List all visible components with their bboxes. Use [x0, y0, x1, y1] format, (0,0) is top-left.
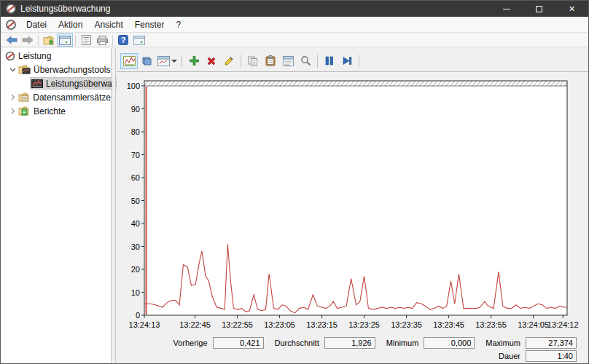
menu-aktion[interactable]: Aktion — [52, 17, 88, 32]
chevron-right-icon[interactable] — [9, 108, 17, 114]
maximum-label: Maximum — [485, 339, 520, 347]
toolbar-separator — [75, 35, 76, 46]
folder-monitor-icon — [18, 65, 31, 74]
freeze-display-button[interactable] — [321, 53, 338, 69]
hatch-band — [144, 81, 567, 86]
perfmon-root-icon — [6, 51, 15, 60]
back-button[interactable] — [4, 33, 20, 47]
window-title: Leistungsüberwachung — [20, 4, 490, 14]
menu-datei[interactable]: Datei — [20, 17, 52, 32]
up-level-button[interactable] — [41, 33, 57, 47]
copy-properties-button[interactable] — [244, 53, 262, 69]
x-axis-label: 13:24:05 — [518, 320, 549, 329]
tree-item-datensammlersaetze[interactable]: Datensammlersätze — [1, 91, 111, 103]
performance-graph[interactable]: 100908070605040302010013:24:1313:22:4513… — [117, 76, 588, 333]
previous-label: Vorherige — [173, 339, 207, 347]
tree-item-leistungsueberwachung[interactable]: Leistungsüberwachung — [1, 77, 111, 90]
y-axis-label: 40 — [131, 219, 140, 228]
minimize-button[interactable] — [490, 1, 523, 17]
tree-item-ueberwachungstools[interactable]: Überwachungstools — [1, 63, 111, 76]
delete-x-icon — [206, 56, 217, 66]
close-button[interactable]: × — [555, 1, 588, 17]
print-button[interactable] — [94, 33, 110, 47]
x-axis-label: 13:23:35 — [391, 320, 422, 329]
delete-counter-button[interactable] — [203, 53, 220, 69]
minimize-icon — [503, 9, 510, 9]
list-icon — [82, 35, 91, 45]
plus-icon — [189, 55, 200, 66]
pause-icon — [325, 56, 334, 66]
menu-ansicht[interactable]: Ansicht — [88, 17, 128, 32]
stats-row: Vorherige 0,421 Durchschnitt 1,926 Minim… — [117, 337, 577, 349]
y-axis-label: 20 — [131, 265, 140, 274]
y-axis-label: 80 — [131, 127, 140, 136]
graph-toolbar — [117, 50, 589, 72]
back-arrow-icon — [6, 36, 17, 44]
folder-report-icon — [18, 106, 31, 116]
folder-data-icon — [18, 92, 31, 102]
step-forward-icon — [343, 56, 352, 66]
y-axis-label: 30 — [131, 242, 140, 251]
forward-arrow-icon — [22, 36, 34, 44]
tree-item-berichte[interactable]: Berichte — [1, 105, 111, 117]
chevron-right-icon[interactable] — [9, 94, 17, 100]
perf-chart-icon — [31, 79, 43, 88]
y-axis-label: 60 — [131, 173, 140, 182]
chart-type-dropdown[interactable] — [155, 53, 179, 69]
properties-button[interactable] — [279, 53, 297, 69]
duration-value: 1:40 — [526, 350, 577, 362]
paste-counter-list-button[interactable] — [262, 53, 279, 69]
new-window-icon — [133, 36, 145, 45]
toolbar-separator — [112, 35, 113, 46]
x-axis-label: 13:23:55 — [475, 320, 507, 329]
x-axis-label: 13:23:25 — [348, 320, 380, 329]
update-data-button[interactable] — [338, 53, 356, 69]
add-counter-button[interactable] — [185, 53, 203, 69]
pencil-icon — [224, 56, 234, 66]
magnifier-icon — [300, 55, 311, 66]
chevron-down-icon[interactable] — [9, 66, 17, 73]
maximize-button[interactable] — [523, 1, 555, 17]
menu-app-icon — [6, 20, 16, 30]
y-axis-label: 0 — [136, 311, 140, 320]
tree-item-label: Datensammlersätze — [33, 92, 111, 103]
svg-text:?: ? — [121, 36, 126, 44]
view-log-data-button[interactable] — [138, 53, 155, 69]
previous-value: 0,421 — [213, 337, 264, 349]
minimum-value: 0,000 — [424, 337, 475, 349]
menu-hilfe[interactable]: ? — [170, 17, 187, 32]
x-axis-label: 13:23:15 — [306, 320, 338, 329]
zoom-button[interactable] — [297, 53, 314, 69]
toolbar-separator — [38, 35, 39, 46]
tree-item-label: Berichte — [34, 106, 66, 116]
tree-item-label: Leistung — [18, 51, 51, 61]
maximize-icon — [536, 6, 542, 12]
tree-item-leistung[interactable]: Leistung — [1, 50, 111, 62]
export-list-button[interactable] — [78, 33, 94, 47]
menu-fenster[interactable]: Fenster — [129, 17, 171, 32]
new-window-button[interactable] — [131, 33, 147, 47]
x-axis-label: 13:23:05 — [264, 320, 295, 329]
console-tree-button[interactable] — [57, 33, 73, 47]
close-icon: × — [569, 4, 574, 14]
console-tree: Leistung Überwachungstools Leistungsüber… — [1, 48, 112, 364]
toolbar-separator — [182, 55, 182, 68]
toolbar-separator — [359, 55, 359, 68]
x-axis-label: 13:22:55 — [222, 320, 253, 329]
view-current-activity-button[interactable] — [120, 53, 138, 69]
menu-bar: Datei Aktion Ansicht Fenster ? — [1, 17, 588, 33]
help-icon: ? — [118, 35, 128, 45]
main-toolbar: ? — [1, 33, 588, 47]
duration-label: Dauer — [499, 352, 520, 360]
log-data-icon — [141, 56, 152, 66]
y-axis-label: 100 — [127, 82, 140, 90]
panel-splitter[interactable] — [112, 48, 116, 364]
printer-icon — [97, 36, 108, 45]
help-button[interactable]: ? — [115, 33, 131, 47]
highlight-button[interactable] — [220, 53, 238, 69]
x-axis-label: 13:24:12 — [547, 320, 579, 329]
toolbar-separator — [241, 55, 241, 68]
forward-button[interactable] — [20, 33, 36, 47]
duration-row: Dauer 1:40 — [117, 350, 577, 362]
console-tree-icon — [59, 36, 71, 45]
